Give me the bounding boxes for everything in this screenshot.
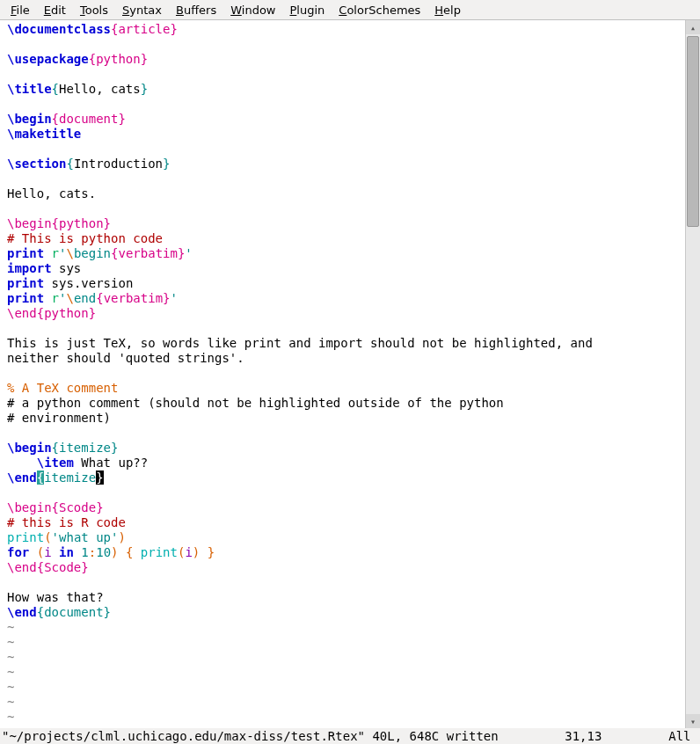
menu-help[interactable]: Help [427,3,468,18]
menu-syntax[interactable]: Syntax [115,3,169,18]
status-bar: "~/projects/clml.uchicago.edu/max-diss/t… [0,728,700,744]
menu-tools[interactable]: Tools [73,3,115,18]
status-right: 31,13 All [565,729,698,743]
menubar: File Edit Tools Syntax Buffers Window Pl… [0,0,700,20]
menu-colors[interactable]: ColorSchemes [332,3,427,18]
scrollbar[interactable]: ▴ ▾ [685,20,700,728]
cursor: } [96,470,103,485]
menu-window[interactable]: Window [223,3,282,18]
scroll-up-icon[interactable]: ▴ [686,20,700,34]
status-file: "~/projects/clml.uchicago.edu/max-diss/t… [2,729,499,743]
menu-file[interactable]: File [4,3,37,18]
menu-plugin[interactable]: Plugin [282,3,332,18]
editor-area[interactable]: \documentclass{article} \usepackage{pyth… [0,20,685,728]
menu-edit[interactable]: Edit [37,3,73,18]
scroll-down-icon[interactable]: ▾ [686,714,700,728]
scroll-thumb[interactable] [687,36,699,227]
matching-brace: { [37,470,44,485]
menu-buffers[interactable]: Buffers [169,3,223,18]
editor-wrap: \documentclass{article} \usepackage{pyth… [0,20,700,728]
